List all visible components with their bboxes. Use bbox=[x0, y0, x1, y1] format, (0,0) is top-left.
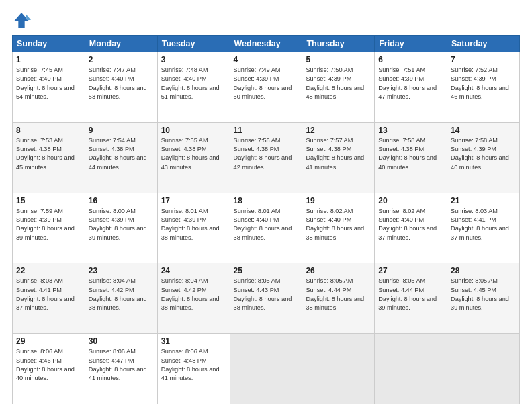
day-cell: 20Sunrise: 8:02 AMSunset: 4:40 PMDayligh… bbox=[375, 193, 447, 263]
day-cell: 29Sunrise: 8:06 AMSunset: 4:46 PMDayligh… bbox=[13, 334, 85, 404]
day-number: 1 bbox=[16, 55, 81, 64]
day-cell: 31Sunrise: 8:06 AMSunset: 4:48 PMDayligh… bbox=[157, 334, 230, 404]
cell-info: Sunrise: 7:50 AMSunset: 4:39 PMDaylight:… bbox=[306, 66, 364, 100]
day-cell: 5Sunrise: 7:50 AMSunset: 4:39 PMDaylight… bbox=[302, 52, 375, 123]
calendar: SundayMondayTuesdayWednesdayThursdayFrid… bbox=[12, 35, 520, 404]
day-cell: 23Sunrise: 8:04 AMSunset: 4:42 PMDayligh… bbox=[85, 263, 157, 334]
cell-info: Sunrise: 7:58 AMSunset: 4:38 PMDaylight:… bbox=[378, 137, 437, 171]
weekday-header-row: SundayMondayTuesdayWednesdayThursdayFrid… bbox=[13, 36, 520, 52]
day-number: 24 bbox=[161, 266, 226, 275]
cell-info: Sunrise: 8:06 AMSunset: 4:46 PMDaylight:… bbox=[16, 348, 75, 381]
cell-info: Sunrise: 7:59 AMSunset: 4:39 PMDaylight:… bbox=[16, 208, 75, 241]
cell-info: Sunrise: 8:06 AMSunset: 4:48 PMDaylight:… bbox=[161, 348, 220, 381]
day-number: 2 bbox=[89, 55, 154, 64]
cell-info: Sunrise: 7:45 AMSunset: 4:40 PMDaylight:… bbox=[16, 66, 75, 100]
day-number: 26 bbox=[306, 266, 371, 275]
day-cell: 27Sunrise: 8:05 AMSunset: 4:44 PMDayligh… bbox=[375, 263, 447, 334]
day-number: 16 bbox=[89, 196, 154, 205]
day-cell: 9Sunrise: 7:54 AMSunset: 4:38 PMDaylight… bbox=[85, 122, 157, 193]
day-cell: 4Sunrise: 7:49 AMSunset: 4:39 PMDaylight… bbox=[230, 52, 302, 123]
day-number: 7 bbox=[451, 55, 516, 64]
day-number: 20 bbox=[378, 196, 443, 205]
cell-info: Sunrise: 8:01 AMSunset: 4:40 PMDaylight:… bbox=[234, 208, 292, 241]
cell-info: Sunrise: 7:53 AMSunset: 4:38 PMDaylight:… bbox=[16, 137, 75, 171]
day-cell: 12Sunrise: 7:57 AMSunset: 4:38 PMDayligh… bbox=[302, 122, 375, 193]
page: SundayMondayTuesdayWednesdayThursdayFrid… bbox=[0, 0, 532, 411]
day-cell: 14Sunrise: 7:58 AMSunset: 4:39 PMDayligh… bbox=[447, 122, 520, 193]
day-cell: 18Sunrise: 8:01 AMSunset: 4:40 PMDayligh… bbox=[230, 193, 302, 263]
day-number: 23 bbox=[89, 266, 154, 275]
day-cell: 13Sunrise: 7:58 AMSunset: 4:38 PMDayligh… bbox=[375, 122, 447, 193]
weekday-header-friday: Friday bbox=[375, 36, 447, 52]
day-number: 4 bbox=[234, 55, 299, 64]
day-number: 17 bbox=[161, 196, 226, 205]
day-number: 21 bbox=[451, 196, 516, 205]
day-cell: 26Sunrise: 8:05 AMSunset: 4:44 PMDayligh… bbox=[302, 263, 375, 334]
cell-info: Sunrise: 7:54 AMSunset: 4:38 PMDaylight:… bbox=[89, 137, 147, 171]
week-row-2: 8Sunrise: 7:53 AMSunset: 4:38 PMDaylight… bbox=[13, 122, 520, 193]
cell-info: Sunrise: 8:01 AMSunset: 4:39 PMDaylight:… bbox=[161, 208, 220, 241]
cell-info: Sunrise: 8:05 AMSunset: 4:43 PMDaylight:… bbox=[234, 277, 292, 311]
day-cell: 17Sunrise: 8:01 AMSunset: 4:39 PMDayligh… bbox=[157, 193, 230, 263]
day-number: 10 bbox=[161, 126, 226, 135]
cell-info: Sunrise: 7:55 AMSunset: 4:38 PMDaylight:… bbox=[161, 137, 220, 171]
week-row-5: 29Sunrise: 8:06 AMSunset: 4:46 PMDayligh… bbox=[13, 334, 520, 404]
day-cell bbox=[230, 334, 302, 404]
day-number: 29 bbox=[16, 336, 81, 346]
cell-info: Sunrise: 8:05 AMSunset: 4:44 PMDaylight:… bbox=[306, 277, 364, 311]
logo-icon bbox=[12, 11, 31, 30]
day-number: 8 bbox=[16, 126, 81, 135]
day-cell: 15Sunrise: 7:59 AMSunset: 4:39 PMDayligh… bbox=[13, 193, 85, 263]
weekday-header-sunday: Sunday bbox=[13, 36, 85, 52]
day-cell: 7Sunrise: 7:52 AMSunset: 4:39 PMDaylight… bbox=[447, 52, 520, 123]
day-number: 25 bbox=[234, 266, 299, 275]
cell-info: Sunrise: 7:57 AMSunset: 4:38 PMDaylight:… bbox=[306, 137, 364, 171]
day-cell: 11Sunrise: 7:56 AMSunset: 4:38 PMDayligh… bbox=[230, 122, 302, 193]
week-row-1: 1Sunrise: 7:45 AMSunset: 4:40 PMDaylight… bbox=[13, 52, 520, 123]
cell-info: Sunrise: 8:02 AMSunset: 4:40 PMDaylight:… bbox=[306, 208, 364, 241]
header bbox=[12, 11, 520, 30]
day-cell: 16Sunrise: 8:00 AMSunset: 4:39 PMDayligh… bbox=[85, 193, 157, 263]
weekday-header-monday: Monday bbox=[85, 36, 157, 52]
day-number: 13 bbox=[378, 126, 443, 135]
day-cell: 1Sunrise: 7:45 AMSunset: 4:40 PMDaylight… bbox=[13, 52, 85, 123]
cell-info: Sunrise: 8:04 AMSunset: 4:42 PMDaylight:… bbox=[89, 277, 147, 311]
day-number: 5 bbox=[306, 55, 371, 64]
cell-info: Sunrise: 7:58 AMSunset: 4:39 PMDaylight:… bbox=[451, 137, 509, 171]
day-cell: 25Sunrise: 8:05 AMSunset: 4:43 PMDayligh… bbox=[230, 263, 302, 334]
cell-info: Sunrise: 8:05 AMSunset: 4:45 PMDaylight:… bbox=[451, 277, 509, 311]
weekday-header-saturday: Saturday bbox=[447, 36, 520, 52]
day-cell: 21Sunrise: 8:03 AMSunset: 4:41 PMDayligh… bbox=[447, 193, 520, 263]
cell-info: Sunrise: 8:06 AMSunset: 4:47 PMDaylight:… bbox=[89, 348, 147, 381]
day-number: 3 bbox=[161, 55, 226, 64]
cell-info: Sunrise: 7:49 AMSunset: 4:39 PMDaylight:… bbox=[234, 66, 292, 100]
day-cell: 19Sunrise: 8:02 AMSunset: 4:40 PMDayligh… bbox=[302, 193, 375, 263]
day-number: 28 bbox=[451, 266, 516, 275]
cell-info: Sunrise: 8:00 AMSunset: 4:39 PMDaylight:… bbox=[89, 208, 147, 241]
day-number: 30 bbox=[89, 336, 154, 346]
day-number: 27 bbox=[378, 266, 443, 275]
day-cell: 2Sunrise: 7:47 AMSunset: 4:40 PMDaylight… bbox=[85, 52, 157, 123]
weekday-header-tuesday: Tuesday bbox=[157, 36, 230, 52]
logo bbox=[12, 11, 34, 30]
cell-info: Sunrise: 8:03 AMSunset: 4:41 PMDaylight:… bbox=[16, 277, 75, 311]
cell-info: Sunrise: 7:56 AMSunset: 4:38 PMDaylight:… bbox=[234, 137, 292, 171]
day-number: 31 bbox=[161, 336, 226, 346]
day-cell: 30Sunrise: 8:06 AMSunset: 4:47 PMDayligh… bbox=[85, 334, 157, 404]
weekday-header-thursday: Thursday bbox=[302, 36, 375, 52]
day-cell: 6Sunrise: 7:51 AMSunset: 4:39 PMDaylight… bbox=[375, 52, 447, 123]
day-number: 22 bbox=[16, 266, 81, 275]
day-cell bbox=[302, 334, 375, 404]
day-cell: 3Sunrise: 7:48 AMSunset: 4:40 PMDaylight… bbox=[157, 52, 230, 123]
day-number: 15 bbox=[16, 196, 81, 205]
day-number: 14 bbox=[451, 126, 516, 135]
day-cell: 8Sunrise: 7:53 AMSunset: 4:38 PMDaylight… bbox=[13, 122, 85, 193]
day-number: 6 bbox=[378, 55, 443, 64]
day-number: 12 bbox=[306, 126, 371, 135]
cell-info: Sunrise: 8:05 AMSunset: 4:44 PMDaylight:… bbox=[378, 277, 437, 311]
weekday-header-wednesday: Wednesday bbox=[230, 36, 302, 52]
day-number: 19 bbox=[306, 196, 371, 205]
week-row-4: 22Sunrise: 8:03 AMSunset: 4:41 PMDayligh… bbox=[13, 263, 520, 334]
day-cell: 24Sunrise: 8:04 AMSunset: 4:42 PMDayligh… bbox=[157, 263, 230, 334]
cell-info: Sunrise: 8:03 AMSunset: 4:41 PMDaylight:… bbox=[451, 208, 509, 241]
